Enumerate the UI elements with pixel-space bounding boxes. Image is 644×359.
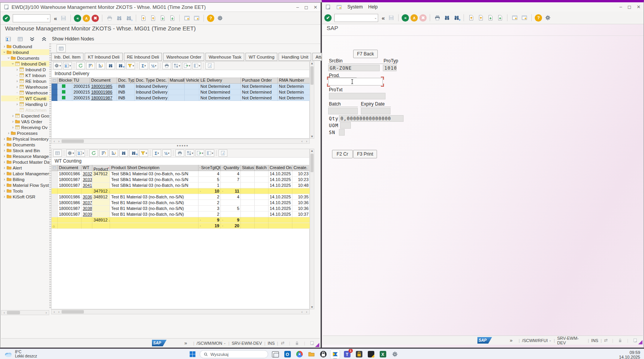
column-header[interactable]: Create. [292, 165, 310, 171]
tree-item[interactable]: ›Receiving Ov [1, 124, 49, 130]
gear-icon[interactable]: ▾ [66, 149, 75, 157]
layout-toggle-icon[interactable] [57, 44, 66, 52]
tree-item[interactable]: ›Inbound Deli [1, 61, 49, 67]
wt-link[interactable]: 3033 [83, 177, 92, 182]
row-select-cell[interactable]: ⌂ [52, 223, 58, 229]
close-button[interactable]: ✕ [314, 5, 317, 10]
row-select-cell[interactable] [52, 95, 58, 101]
wt-counting-hscrollbar[interactable]: ‹›‹› [51, 309, 310, 314]
expand-all-icon[interactable] [28, 35, 36, 43]
column-header[interactable]: Doc. Type [117, 77, 135, 84]
tree-expander-icon[interactable]: › [3, 177, 6, 181]
print-icon[interactable] [105, 14, 113, 22]
refresh-icon[interactable] [89, 149, 98, 157]
column-header[interactable]: TU [72, 77, 90, 84]
tree-item[interactable]: ›Inbound D [1, 67, 49, 72]
shortcut-icon[interactable] [192, 14, 200, 22]
person-icon[interactable]: ▾ [63, 62, 72, 69]
snagit-icon[interactable] [366, 350, 375, 359]
taskbar-clock[interactable]: 09:59 14.10.2025 [619, 350, 640, 359]
table-view-icon[interactable] [16, 35, 24, 43]
settings-icon[interactable] [390, 350, 399, 359]
printer-icon[interactable] [175, 149, 184, 157]
collapse-toolbar-icon[interactable]: « [381, 15, 385, 21]
tree-item[interactable]: ›Product Master Da [1, 159, 49, 165]
binoc-icon[interactable] [119, 149, 128, 157]
layout-icon[interactable]: ▾ [192, 62, 201, 69]
tree-item[interactable]: ›Expected Goo [1, 113, 49, 119]
tree-item[interactable]: ›Material Flow Syst [1, 182, 49, 188]
find-icon[interactable] [115, 14, 123, 22]
tree-item[interactable]: ›Labor Managemen [1, 171, 49, 176]
tree-item[interactable]: ›Tools [1, 188, 49, 194]
row-select-cell[interactable] [52, 217, 58, 223]
minimize-button[interactable]: – [296, 5, 299, 10]
shortcut-icon[interactable] [520, 14, 528, 22]
sortdesc-icon[interactable] [96, 62, 105, 69]
save-icon[interactable] [387, 14, 395, 22]
menu-system[interactable]: System [347, 4, 363, 10]
tree-expander-icon[interactable]: › [3, 183, 6, 187]
close-button[interactable]: ✕ [637, 4, 641, 10]
pagenext-icon[interactable] [158, 14, 167, 22]
tree-item[interactable]: ›Warehouse [1, 84, 49, 90]
chevron-down-icon[interactable]: ⌄ [224, 341, 226, 345]
tree-expander-icon[interactable]: › [3, 44, 6, 49]
tree-item[interactable]: ›Physical Inventory [1, 136, 49, 142]
tree-item[interactable]: ›Stock and Bin [1, 148, 49, 153]
tree-item[interactable]: ›Inbound [1, 49, 49, 55]
tree-expander-icon[interactable]: › [3, 189, 6, 193]
row-select-cell[interactable] [52, 171, 58, 177]
column-header[interactable]: Product Short Description [110, 165, 199, 171]
sortasc-icon[interactable] [99, 149, 108, 157]
cancel-icon[interactable]: ✖ [419, 14, 427, 22]
command-input[interactable] [335, 15, 374, 20]
enter-icon[interactable]: ✔ [3, 15, 10, 22]
resize-grip[interactable] [638, 340, 642, 344]
tree-expander-icon[interactable]: › [2, 50, 7, 54]
print-icon[interactable] [433, 14, 441, 22]
tree-expander-icon[interactable]: › [3, 143, 6, 147]
tree-item[interactable]: ›RE Inboun [1, 78, 49, 84]
row-select-cell[interactable] [52, 194, 58, 200]
binocplus-icon[interactable]: + [116, 62, 125, 69]
weather-widget[interactable]: 8°C Lekki deszcz [4, 350, 37, 358]
column-header[interactable]: WT [82, 165, 92, 171]
pagefirst-icon[interactable] [467, 14, 475, 22]
cancel-icon[interactable]: ✖ [92, 15, 99, 22]
collapse-all-icon[interactable] [40, 35, 48, 43]
wt-link[interactable]: 3037 [83, 200, 92, 205]
resize-grip[interactable] [315, 343, 319, 347]
status-expand-icon[interactable]: » [184, 340, 187, 346]
tree-expander-icon[interactable]: › [11, 125, 15, 129]
maximize-button[interactable]: ◻ [627, 4, 631, 10]
column-header[interactable]: LE Delivery [199, 77, 241, 84]
tree-item[interactable]: ›Billing [1, 176, 49, 182]
half-icon[interactable]: ½▾ [162, 149, 171, 157]
document-link[interactable]: 180001985 [91, 84, 112, 89]
layout-icon[interactable]: ▾ [205, 149, 214, 157]
file-explorer-icon[interactable] [307, 350, 316, 359]
column-header[interactable]: Batch [255, 165, 269, 171]
wt-link[interactable]: 3032 [83, 171, 92, 176]
find-icon[interactable] [443, 14, 451, 22]
tree-item[interactable]: ›Outbound [1, 44, 49, 49]
row-select-cell[interactable] [52, 177, 58, 183]
chevron-down-icon[interactable]: ⌄ [549, 339, 552, 342]
person-icon[interactable]: ▾ [76, 149, 85, 157]
column-header[interactable]: SrceTgtQty [199, 165, 221, 171]
f3-print-button[interactable]: F3 Print [353, 150, 377, 158]
wt-link[interactable]: 3038 [83, 206, 92, 211]
row-select-cell[interactable] [52, 200, 58, 206]
back-icon[interactable]: « [74, 15, 81, 22]
show-hidden-nodes-button[interactable]: Show Hidden Nodes [52, 36, 94, 42]
column-header[interactable]: Status [241, 165, 255, 171]
column-header[interactable]: Document [58, 165, 82, 171]
tab-kt-inbound-deli[interactable]: KT Inbound Deli [85, 53, 122, 61]
minimize-button[interactable]: – [619, 4, 622, 10]
tree-expander-icon[interactable]: › [11, 62, 15, 65]
pagelast-icon[interactable] [496, 14, 504, 22]
privacy-lock-icon[interactable] [319, 350, 328, 359]
tree-expander-icon[interactable]: › [7, 131, 10, 135]
sigma-icon[interactable]: Σ▾ [152, 149, 161, 157]
